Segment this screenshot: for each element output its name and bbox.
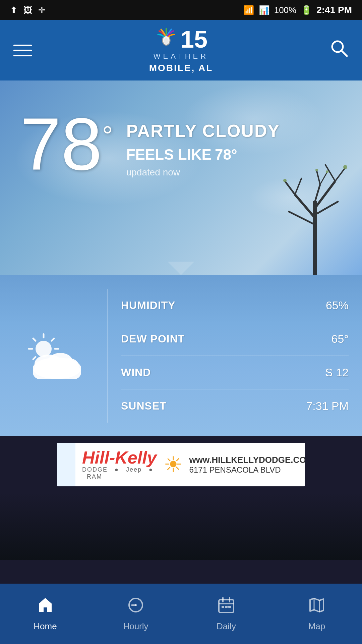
sunset-label: SUNSET bbox=[121, 400, 167, 412]
daily-icon bbox=[218, 596, 235, 618]
status-bar: ⬆ 🖼 ✛ 📶 📊 100% 🔋 2:41 PM bbox=[0, 0, 362, 20]
dewpoint-value: 65° bbox=[331, 332, 349, 345]
weather-pointer bbox=[168, 262, 194, 275]
dewpoint-row: DEW POINT 65° bbox=[121, 322, 349, 356]
nbc-channel-number: 15 bbox=[181, 27, 207, 51]
nav-hourly-label: Hourly bbox=[123, 621, 148, 632]
logo-container: 15 WEATHER MOBILE, AL bbox=[149, 27, 213, 73]
home-icon bbox=[37, 596, 54, 618]
location-display: MOBILE, AL bbox=[149, 63, 213, 73]
nbc-peacock-logo bbox=[155, 28, 178, 51]
ad-brand-sub: DODGE ● Jeep ● RAM bbox=[82, 466, 157, 480]
humidity-value: 65% bbox=[326, 299, 349, 312]
ad-address: 6171 PENSACOLA BLVD bbox=[189, 465, 281, 475]
signal-icon: 📊 bbox=[259, 5, 269, 15]
condition-text: PARTLY CLOUDY bbox=[126, 121, 280, 141]
svg-rect-34 bbox=[33, 366, 81, 379]
svg-point-2 bbox=[164, 38, 169, 44]
nav-hourly[interactable]: Hourly bbox=[90, 584, 181, 644]
partly-cloudy-icon bbox=[20, 329, 87, 382]
temp-degree: ° bbox=[102, 121, 113, 151]
dark-section bbox=[0, 493, 362, 560]
svg-point-36 bbox=[135, 604, 137, 606]
image-icon: 🖼 bbox=[23, 5, 32, 15]
battery-icon: 🔋 bbox=[301, 5, 312, 15]
svg-line-6 bbox=[295, 195, 315, 218]
ad-sun-icon: ☀ bbox=[164, 452, 183, 477]
weather-main-panel: 78° PARTLY CLOUDY FEELS LIKE 78° updated… bbox=[0, 80, 362, 275]
nav-home[interactable]: Home bbox=[0, 584, 90, 644]
ad-content: Hill-Kelly DODGE ● Jeep ● RAM ☀ www.HILL… bbox=[75, 445, 305, 484]
menu-button[interactable] bbox=[13, 45, 32, 56]
svg-rect-42 bbox=[225, 606, 228, 608]
svg-line-28 bbox=[33, 357, 36, 359]
status-time: 2:41 PM bbox=[316, 5, 352, 15]
logo-box: 15 bbox=[155, 27, 207, 51]
svg-line-27 bbox=[52, 338, 54, 341]
status-bar-left: ⬆ 🖼 ✛ bbox=[10, 5, 46, 15]
svg-line-4 bbox=[342, 51, 347, 56]
nav-home-label: Home bbox=[34, 621, 57, 632]
nav-daily[interactable]: Daily bbox=[181, 584, 272, 644]
feels-like-row: FEELS LIKE 78° bbox=[126, 146, 280, 163]
weather-stats: HUMIDITY 65% DEW POINT 65° WIND S 12 SUN… bbox=[107, 289, 349, 423]
svg-point-21 bbox=[36, 341, 52, 357]
svg-line-26 bbox=[33, 338, 36, 341]
ad-brand-name: Hill-Kelly bbox=[82, 449, 157, 466]
weather-icon-area bbox=[13, 322, 107, 389]
wifi-icon: 📶 bbox=[243, 5, 254, 15]
ad-banner[interactable]: Hill-Kelly DODGE ● Jeep ● RAM ☀ www.HILL… bbox=[0, 436, 362, 493]
wind-value: S 12 bbox=[325, 366, 349, 379]
temperature-display: 78° bbox=[20, 107, 113, 181]
feels-like-label: FEELS LIKE bbox=[126, 146, 212, 163]
ad-left-strip bbox=[57, 443, 75, 486]
ad-inner[interactable]: Hill-Kelly DODGE ● Jeep ● RAM ☀ www.HILL… bbox=[57, 443, 305, 486]
app-header: 15 WEATHER MOBILE, AL bbox=[0, 20, 362, 80]
search-button[interactable] bbox=[330, 39, 349, 62]
map-icon bbox=[308, 596, 325, 618]
hourly-icon bbox=[127, 596, 144, 618]
humidity-row: HUMIDITY 65% bbox=[121, 289, 349, 322]
ad-url: www.HILLKELLYDODGE.COM bbox=[189, 455, 305, 465]
nav-daily-label: Daily bbox=[217, 621, 236, 632]
nav-map-label: Map bbox=[308, 621, 325, 632]
weather-current: 78° PARTLY CLOUDY FEELS LIKE 78° updated… bbox=[0, 80, 362, 195]
battery-level: 100% bbox=[274, 5, 297, 15]
wind-label: WIND bbox=[121, 366, 151, 379]
ad-right-text: www.HILLKELLYDODGE.COM 6171 PENSACOLA BL… bbox=[189, 455, 305, 475]
sunset-row: SUNSET 7:31 PM bbox=[121, 389, 349, 423]
humidity-label: HUMIDITY bbox=[121, 299, 176, 312]
wind-row: WIND S 12 bbox=[121, 356, 349, 389]
updated-text: updated now bbox=[126, 167, 280, 178]
upload-icon: ⬆ bbox=[10, 5, 17, 15]
bottom-nav: Home Hourly Daily bbox=[0, 584, 362, 644]
weather-description: PARTLY CLOUDY FEELS LIKE 78° updated now bbox=[126, 107, 280, 178]
svg-rect-43 bbox=[228, 606, 231, 608]
nav-map[interactable]: Map bbox=[272, 584, 362, 644]
nbc-weather-label: WEATHER bbox=[154, 52, 208, 61]
weather-details-panel: HUMIDITY 65% DEW POINT 65° WIND S 12 SUN… bbox=[0, 275, 362, 436]
sunset-value: 7:31 PM bbox=[306, 399, 349, 413]
status-bar-right: 📶 📊 100% 🔋 2:41 PM bbox=[243, 5, 352, 15]
dewpoint-label: DEW POINT bbox=[121, 333, 185, 345]
svg-rect-41 bbox=[222, 606, 224, 608]
feels-like-value: 78° bbox=[215, 146, 237, 163]
temp-value: 78 bbox=[20, 103, 102, 185]
cast-icon: ✛ bbox=[38, 5, 46, 15]
